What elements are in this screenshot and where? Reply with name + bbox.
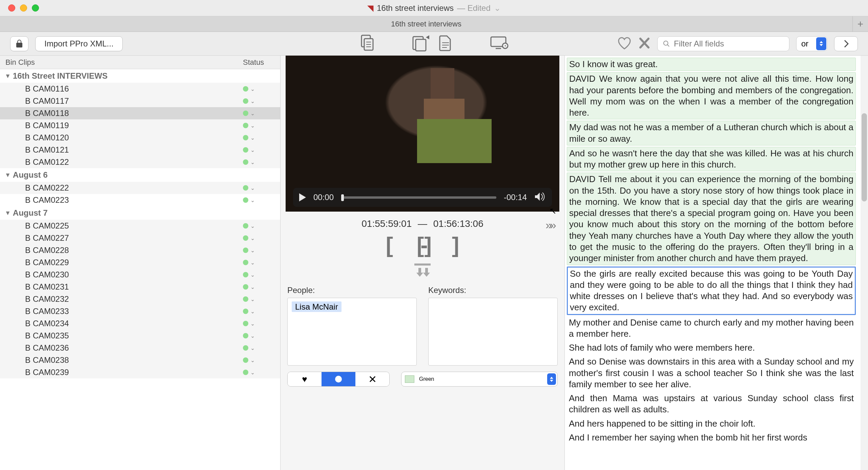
clip-row[interactable]: B CAM0117⌄ xyxy=(0,95,280,107)
clip-row[interactable]: B CAM0116⌄ xyxy=(0,83,280,95)
status-cell[interactable]: ⌄ xyxy=(243,147,280,153)
minimize-window-button[interactable] xyxy=(20,4,27,12)
mark-in-button[interactable]: [ xyxy=(386,233,393,258)
status-cell[interactable]: ⌄ xyxy=(243,135,280,141)
reject-icon[interactable] xyxy=(638,37,650,51)
transcript-paragraph[interactable]: My mother and Denise came to church earl… xyxy=(567,316,856,340)
transcript-paragraph[interactable]: DAVID Tell me about it you can experienc… xyxy=(567,173,856,265)
neutral-segment[interactable] xyxy=(322,372,355,386)
transcript-paragraph[interactable]: My dad was not he was a member of a Luth… xyxy=(567,121,856,145)
favorite-segment[interactable]: ♥ xyxy=(288,372,322,386)
status-cell[interactable]: ⌄ xyxy=(243,284,280,290)
clip-row[interactable]: B CAM0229⌄ xyxy=(0,256,280,269)
bin-column-header[interactable]: Bin Clips xyxy=(0,58,243,67)
status-cell[interactable]: ⌄ xyxy=(243,223,280,229)
clip-row[interactable]: B CAM0230⌄ xyxy=(0,269,280,281)
keywords-field[interactable] xyxy=(428,298,558,366)
play-button[interactable] xyxy=(299,193,306,201)
person-tag[interactable]: Lisa McNair xyxy=(292,301,342,312)
status-column-header[interactable]: Status xyxy=(243,58,280,67)
status-cell[interactable]: ⌄ xyxy=(243,98,280,104)
status-cell[interactable]: ⌄ xyxy=(243,197,280,203)
mark-clear-button[interactable]: [‑] xyxy=(417,233,428,258)
status-cell[interactable]: ⌄ xyxy=(243,247,280,254)
export-icon[interactable] xyxy=(412,35,431,53)
transcript-paragraph[interactable]: DAVID We know again that you were not al… xyxy=(567,72,856,119)
clip-row[interactable]: B CAM0225⌄ xyxy=(0,220,280,232)
clip-row[interactable]: B CAM0231⌄ xyxy=(0,281,280,293)
transcript-paragraph[interactable]: She had lots of family who were members … xyxy=(567,341,856,354)
status-cell[interactable]: ⌄ xyxy=(243,272,280,278)
transcript-paragraph[interactable]: So the girls are really excited because … xyxy=(567,267,856,315)
color-select[interactable]: Green xyxy=(401,372,558,387)
clip-row[interactable]: B CAM0236⌄ xyxy=(0,342,280,354)
transcript-paragraph[interactable]: And I remember her saying when the bomb … xyxy=(567,431,856,444)
clip-row[interactable]: B CAM0239⌄ xyxy=(0,366,280,378)
clip-row[interactable]: B CAM0232⌄ xyxy=(0,293,280,305)
clip-row[interactable]: B CAM0118⌄ xyxy=(0,107,280,119)
insert-below-button[interactable] xyxy=(284,263,561,279)
clip-row[interactable]: B CAM0234⌄ xyxy=(0,317,280,330)
status-cell[interactable]: ⌄ xyxy=(243,320,280,327)
clip-row[interactable]: B CAM0238⌄ xyxy=(0,354,280,366)
clip-row[interactable]: B CAM0122⌄ xyxy=(0,156,280,168)
transcript-paragraph[interactable]: And so he wasn't here the day that she w… xyxy=(567,147,856,172)
transcript-body[interactable]: So I know it was great.DAVID We know aga… xyxy=(567,58,865,444)
status-cell[interactable]: ⌄ xyxy=(243,296,280,302)
clip-tree[interactable]: ▼16th Street INTERVIEWSB CAM0116⌄B CAM01… xyxy=(0,69,280,470)
close-window-button[interactable] xyxy=(8,4,15,12)
import-xml-button[interactable]: Import PPro XML... xyxy=(35,36,123,51)
clip-row[interactable]: B CAM0233⌄ xyxy=(0,305,280,317)
tree-group-header[interactable]: ▼August 7 xyxy=(0,206,280,220)
clip-row[interactable]: B CAM0227⌄ xyxy=(0,232,280,244)
transcript-paragraph[interactable]: And so Denise was downstairs in this are… xyxy=(567,355,856,391)
clip-row[interactable]: B CAM0235⌄ xyxy=(0,330,280,342)
add-tab-button[interactable]: + xyxy=(852,16,868,32)
transcript-paragraph[interactable]: So I know it was great. xyxy=(567,58,856,71)
status-cell[interactable]: ⌄ xyxy=(243,308,280,315)
document-icon-toolbar[interactable] xyxy=(439,35,452,53)
zoom-window-button[interactable] xyxy=(32,4,39,12)
status-cell[interactable]: ⌄ xyxy=(243,345,280,351)
clip-row[interactable]: B CAM0223⌄ xyxy=(0,194,280,206)
status-cell[interactable]: ⌄ xyxy=(243,86,280,92)
status-cell[interactable]: ⌄ xyxy=(243,369,280,376)
title-dropdown-icon[interactable]: ⌄ xyxy=(494,3,501,13)
video-preview[interactable]: 00:00 -00:14 ↖ xyxy=(286,56,559,212)
fast-forward-icon[interactable]: »» xyxy=(545,218,554,232)
reject-segment[interactable]: ✕ xyxy=(355,372,389,386)
search-input[interactable] xyxy=(674,39,784,48)
forward-button[interactable] xyxy=(834,36,858,51)
copy-icon[interactable] xyxy=(359,35,374,53)
clip-row[interactable]: B CAM0119⌄ xyxy=(0,119,280,132)
clip-row[interactable]: B CAM0121⌄ xyxy=(0,144,280,156)
favorite-icon[interactable] xyxy=(617,37,632,51)
logic-select[interactable]: or xyxy=(796,36,827,51)
scrollbar-thumb[interactable] xyxy=(862,113,867,201)
status-cell[interactable]: ⌄ xyxy=(243,110,280,117)
tree-group-header[interactable]: ▼16th Street INTERVIEWS xyxy=(0,69,280,83)
search-field[interactable] xyxy=(657,36,789,51)
transcript-paragraph[interactable]: And hers happened to be sitting in the c… xyxy=(567,417,856,430)
lock-button[interactable] xyxy=(10,36,28,51)
clip-row[interactable]: B CAM0222⌄ xyxy=(0,182,280,194)
scrubber[interactable] xyxy=(341,196,496,199)
status-cell[interactable]: ⌄ xyxy=(243,122,280,129)
volume-icon[interactable] xyxy=(534,192,546,203)
scrubber-thumb[interactable] xyxy=(341,194,344,201)
status-cell[interactable]: ⌄ xyxy=(243,357,280,364)
mark-out-button[interactable]: ] xyxy=(452,233,459,258)
status-cell[interactable]: ⌄ xyxy=(243,185,280,191)
status-cell[interactable]: ⌄ xyxy=(243,159,280,165)
monitor-icon[interactable] xyxy=(490,36,509,52)
transcript-paragraph[interactable]: And then Mama was upstairs at various Su… xyxy=(567,392,856,416)
clip-row[interactable]: B CAM0120⌄ xyxy=(0,132,280,144)
status-cell[interactable]: ⌄ xyxy=(243,333,280,339)
status-cell[interactable]: ⌄ xyxy=(243,235,280,241)
tab-main[interactable]: 16th street interviews xyxy=(0,16,852,32)
status-cell[interactable]: ⌄ xyxy=(243,259,280,266)
clip-row[interactable]: B CAM0228⌄ xyxy=(0,244,280,256)
scrollbar[interactable] xyxy=(861,56,868,470)
tree-group-header[interactable]: ▼August 6 xyxy=(0,168,280,182)
people-field[interactable]: Lisa McNair xyxy=(287,298,417,366)
